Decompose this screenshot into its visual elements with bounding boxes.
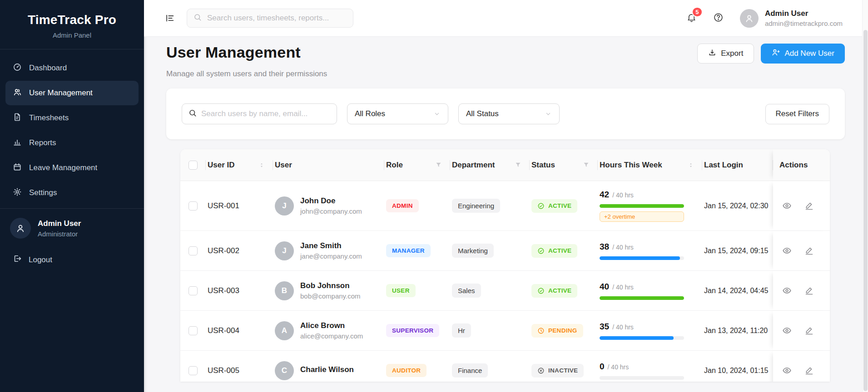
user-id-cell: USR-003 bbox=[206, 286, 273, 295]
top-header: 5 Admin User admin@timetrackpro.com bbox=[144, 0, 868, 37]
user-id-cell: USR-001 bbox=[206, 201, 273, 211]
header-user-email: admin@timetrackpro.com bbox=[765, 20, 843, 27]
page-scrollbar[interactable] bbox=[862, 0, 868, 392]
role-badge: USER bbox=[386, 284, 416, 297]
hours-target: / 40 hrs bbox=[612, 244, 634, 251]
sort-icon[interactable] bbox=[258, 162, 265, 169]
table-row: USR-003 B Bob Johnson bob@company.com US… bbox=[180, 271, 830, 311]
export-button[interactable]: Export bbox=[697, 44, 754, 64]
sidebar-item-dashboard[interactable]: Dashboard bbox=[5, 56, 139, 80]
row-checkbox[interactable] bbox=[188, 246, 198, 255]
user-name: Alice Brown bbox=[300, 321, 363, 330]
sidebar-item-settings[interactable]: Settings bbox=[5, 181, 139, 205]
sidebar-item-user-management[interactable]: User Management bbox=[5, 81, 139, 105]
view-button[interactable] bbox=[782, 201, 792, 211]
department-cell: Engineering bbox=[450, 199, 530, 213]
column-header-hours[interactable]: Hours This Week bbox=[598, 149, 702, 181]
hours-progress-bar bbox=[600, 376, 684, 380]
view-button[interactable] bbox=[782, 326, 792, 335]
hours-cell: 42/ 40 hrs +2 overtime bbox=[598, 190, 702, 222]
role-cell: USER bbox=[384, 284, 450, 297]
user-name: Charlie Wilson bbox=[300, 365, 354, 374]
user-cell: C Charlie Wilson bbox=[273, 361, 384, 380]
user-id-cell: USR-002 bbox=[206, 246, 273, 255]
user-filter-search-input[interactable] bbox=[201, 109, 330, 118]
last-login-cell: Jan 14, 2024, 04:45 bbox=[702, 287, 773, 295]
sidebar-item-reports[interactable]: Reports bbox=[5, 131, 139, 155]
role-badge: ADMIN bbox=[386, 199, 419, 212]
row-checkbox[interactable] bbox=[188, 366, 198, 375]
hours-value: 40 bbox=[600, 282, 609, 292]
table-row: USR-002 J Jane Smith jane@company.com MA… bbox=[180, 231, 830, 271]
row-checkbox[interactable] bbox=[188, 326, 198, 335]
edit-button[interactable] bbox=[804, 326, 814, 335]
sidebar-user-role: Administrator bbox=[38, 230, 81, 238]
notifications-button[interactable]: 5 bbox=[686, 12, 697, 24]
profile-menu[interactable]: Admin User admin@timetrackpro.com bbox=[740, 9, 843, 28]
row-checkbox[interactable] bbox=[188, 201, 198, 211]
sidebar-item-leave-management[interactable]: Leave Management bbox=[5, 156, 139, 180]
hours-cell: 40/ 40 hrs bbox=[598, 282, 702, 300]
edit-button[interactable] bbox=[804, 201, 814, 211]
hours-cell: 35/ 40 hrs bbox=[598, 322, 702, 340]
hours-progress-bar bbox=[600, 256, 684, 260]
select-all-checkbox[interactable] bbox=[188, 161, 198, 170]
sidebar-item-label: Leave Management bbox=[29, 163, 97, 172]
status-filter-select[interactable]: All Status bbox=[458, 103, 560, 124]
page-content: User Management Manage all system users … bbox=[144, 37, 868, 392]
logout-button[interactable]: Logout bbox=[0, 248, 144, 272]
role-filter-select[interactable]: All Roles bbox=[347, 103, 448, 124]
reset-filters-button[interactable]: Reset Filters bbox=[765, 104, 829, 124]
sidebar-item-label: Dashboard bbox=[29, 64, 67, 73]
global-search[interactable] bbox=[187, 9, 353, 28]
avatar: J bbox=[275, 241, 294, 260]
status-icon bbox=[537, 287, 545, 294]
user-filter-search[interactable] bbox=[182, 103, 337, 124]
export-label: Export bbox=[721, 49, 743, 58]
department-chip: Sales bbox=[452, 284, 481, 298]
main-area: 5 Admin User admin@timetrackpro.com User… bbox=[144, 0, 868, 392]
edit-button[interactable] bbox=[804, 246, 814, 255]
hours-progress-bar bbox=[600, 296, 684, 300]
app-root: TimeTrack Pro Admin Panel Dashboard User… bbox=[0, 0, 868, 392]
sort-icon[interactable] bbox=[688, 162, 694, 169]
funnel-icon[interactable] bbox=[515, 162, 521, 168]
table-header: User ID User Role Department Status bbox=[180, 149, 830, 181]
last-login-cell: Jan 15, 2024, 09:15 bbox=[702, 247, 773, 255]
role-badge: SUPERVISOR bbox=[386, 324, 439, 337]
funnel-icon[interactable] bbox=[435, 162, 442, 168]
user-id-cell: USR-005 bbox=[206, 366, 273, 375]
user-email: bob@company.com bbox=[300, 292, 361, 300]
user-cell: J Jane Smith jane@company.com bbox=[273, 241, 384, 260]
chevron-down-icon bbox=[433, 110, 441, 118]
funnel-icon[interactable] bbox=[583, 162, 590, 168]
global-search-input[interactable] bbox=[207, 14, 347, 23]
status-icon bbox=[537, 367, 545, 374]
view-button[interactable] bbox=[782, 286, 792, 295]
x-circle-icon bbox=[537, 367, 545, 374]
scrollbar-thumb[interactable] bbox=[863, 30, 868, 391]
status-cell: ACTIVE bbox=[530, 244, 598, 258]
row-checkbox[interactable] bbox=[188, 286, 198, 295]
edit-button[interactable] bbox=[804, 366, 814, 375]
user-email: alice@company.com bbox=[300, 332, 363, 340]
menu-fold-icon[interactable] bbox=[165, 13, 175, 23]
column-header-user-id[interactable]: User ID bbox=[206, 149, 273, 181]
add-new-user-button[interactable]: Add New User bbox=[761, 44, 845, 64]
department-chip: Finance bbox=[452, 363, 488, 377]
hours-progress-bar bbox=[600, 204, 684, 208]
status-cell: ACTIVE bbox=[530, 199, 598, 213]
role-cell: SUPERVISOR bbox=[384, 324, 450, 337]
page-title: User Management bbox=[166, 44, 327, 61]
edit-button[interactable] bbox=[804, 286, 814, 295]
sidebar-item-label: Settings bbox=[29, 188, 57, 197]
view-button[interactable] bbox=[782, 366, 792, 375]
view-button[interactable] bbox=[782, 246, 792, 255]
avatar bbox=[740, 9, 759, 28]
download-icon bbox=[708, 49, 716, 59]
sidebar-item-timesheets[interactable]: Timesheets bbox=[5, 106, 139, 130]
document-icon bbox=[13, 113, 22, 124]
help-button[interactable] bbox=[713, 12, 724, 24]
hours-target: / 40 hrs bbox=[612, 284, 634, 291]
role-badge: AUDITOR bbox=[386, 364, 427, 377]
